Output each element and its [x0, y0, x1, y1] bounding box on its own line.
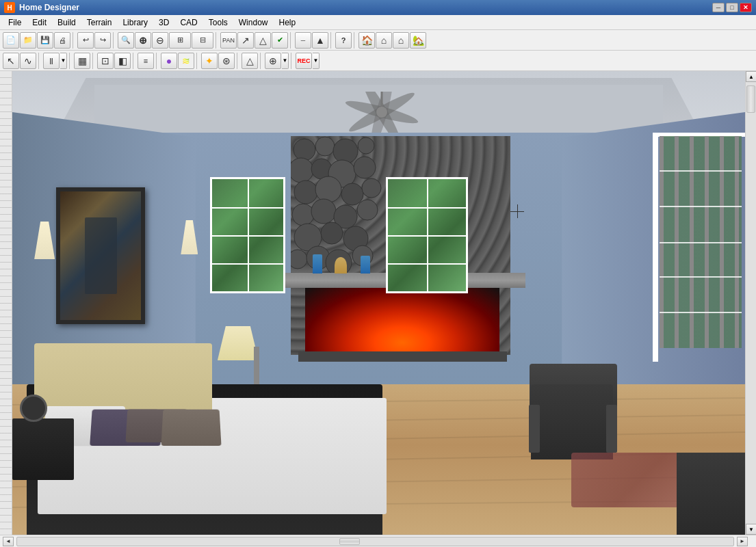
zoom-box-button[interactable]: ⊟ [192, 32, 213, 49]
wall-tool[interactable]: || [43, 53, 60, 69]
house3-button[interactable]: 🏡 [410, 32, 426, 49]
pillow-4 [161, 410, 221, 446]
close-button[interactable]: ✕ [740, 3, 752, 12]
fence-button[interactable]: △ [255, 32, 271, 49]
separator-12 [196, 53, 199, 69]
menu-item-tools[interactable]: Tools [203, 16, 233, 29]
zoom-out-button[interactable]: ⊖ [152, 32, 168, 49]
svg-point-21 [315, 176, 341, 202]
line-button[interactable]: ─ [295, 32, 311, 49]
svg-point-22 [341, 183, 363, 205]
move-dropdown[interactable]: ▼ [282, 53, 289, 69]
house1-button[interactable]: ⌂ [376, 32, 392, 49]
separator-6 [354, 32, 356, 49]
scroll-thumb-vertical[interactable] [746, 85, 755, 113]
app-icon: H [4, 2, 15, 13]
nightstand [12, 418, 74, 480]
zoom-in-button[interactable]: ⊕ [135, 32, 151, 49]
menu-item-3d[interactable]: 3D [153, 16, 174, 29]
minimize-button[interactable]: ─ [712, 3, 725, 12]
orbit-button[interactable]: ↗ [237, 32, 254, 49]
window-tool[interactable]: ⊡ [97, 53, 114, 69]
menu-item-build[interactable]: Build [52, 16, 81, 29]
texture-tool[interactable]: ≋ [178, 53, 194, 69]
separator-2 [113, 32, 116, 49]
door-glass-right [660, 136, 742, 348]
svg-point-24 [292, 204, 314, 226]
window-left [210, 177, 285, 293]
mantel-vase-2 [335, 257, 347, 274]
separator-5 [330, 32, 333, 49]
svg-point-25 [311, 199, 336, 224]
scroll-down-button[interactable]: ▼ [746, 524, 756, 535]
separator-13 [237, 53, 239, 69]
scroll-left-button[interactable]: ◄ [3, 537, 14, 546]
separator-7 [38, 53, 41, 69]
move-tool[interactable]: ⊕ [265, 53, 281, 69]
viewport[interactable] [12, 71, 745, 535]
rec-dropdown-arrow[interactable]: ▼ [313, 53, 320, 69]
menu-item-terrain[interactable]: Terrain [81, 16, 118, 29]
scroll-track-vertical[interactable] [746, 82, 756, 524]
scrollbar-horizontal[interactable] [16, 537, 734, 546]
menu-item-library[interactable]: Library [117, 16, 153, 29]
rec-button[interactable]: REC [296, 53, 312, 69]
undo-button[interactable]: ↩ [77, 32, 94, 49]
rec-dropdown[interactable]: ▼ [313, 53, 320, 69]
roof-button[interactable]: 🏠 [359, 32, 375, 49]
light-tool[interactable]: ✦ [201, 53, 218, 69]
wall-dropdown[interactable]: ▼ [60, 53, 67, 69]
menu-item-edit[interactable]: Edit [27, 16, 52, 29]
check-button[interactable]: ✔ [272, 32, 288, 49]
main-area: ▲ ▼ [0, 71, 756, 535]
window-right [386, 177, 468, 293]
scroll-right-button[interactable]: ► [737, 537, 748, 546]
door-tool[interactable]: ◧ [114, 53, 131, 69]
material-tool[interactable]: ● [161, 53, 177, 69]
menu-item-cad[interactable]: CAD [174, 16, 203, 29]
mantel-vase-3 [361, 256, 370, 274]
house2-button[interactable]: ⌂ [393, 32, 409, 49]
separator-14 [260, 53, 263, 69]
new-button[interactable]: 📄 [3, 32, 19, 49]
scroll-up-button[interactable]: ▲ [746, 71, 756, 82]
pan-button[interactable]: PAN [220, 32, 237, 49]
scroll-thumb-horizontal[interactable] [339, 538, 360, 545]
triangle-button[interactable]: ▲ [312, 32, 328, 49]
armchair [531, 384, 613, 459]
menu-item-help[interactable]: Help [273, 16, 301, 29]
svg-point-31 [291, 250, 307, 269]
room-scene [12, 71, 745, 535]
menu-item-file[interactable]: File [3, 16, 27, 29]
separator-9 [92, 53, 95, 69]
move-dropdown-arrow[interactable]: ▼ [282, 53, 289, 69]
stair-tool[interactable]: ≡ [138, 53, 154, 69]
armchair-arm-left [606, 405, 617, 453]
select-tool[interactable]: ↖ [3, 53, 19, 69]
wall-dropdown-arrow[interactable]: ▼ [60, 53, 67, 69]
help-button[interactable]: ? [335, 32, 352, 49]
restore-button[interactable]: □ [726, 3, 738, 12]
save-button[interactable]: 💾 [37, 32, 53, 49]
separator-10 [133, 53, 135, 69]
redo-button[interactable]: ↪ [94, 32, 111, 49]
zoom-realsize-button[interactable]: 🔍 [118, 32, 134, 49]
menu-item-window[interactable]: Window [233, 16, 274, 29]
fill-tool[interactable]: ▦ [74, 53, 90, 69]
left-ruler [0, 71, 12, 535]
open-button[interactable]: 📁 [20, 32, 36, 49]
svg-point-23 [362, 178, 381, 198]
arrow-up-tool[interactable]: △ [242, 53, 258, 69]
separator-3 [216, 32, 218, 49]
svg-point-27 [357, 200, 378, 220]
zoom-fit-button[interactable]: ⊞ [169, 32, 191, 49]
artwork-image [60, 191, 141, 320]
spray-tool[interactable]: ⊛ [218, 53, 235, 69]
print-button[interactable]: 🖨 [54, 32, 70, 49]
svg-point-16 [291, 158, 313, 183]
scrollbar-vertical[interactable]: ▲ ▼ [745, 71, 756, 535]
window-title: Home Designer [19, 3, 712, 12]
bed-frame [27, 384, 382, 535]
menu-bar: File Edit Build Terrain Library 3D CAD T… [0, 15, 756, 30]
curve-tool[interactable]: ∿ [20, 53, 36, 69]
